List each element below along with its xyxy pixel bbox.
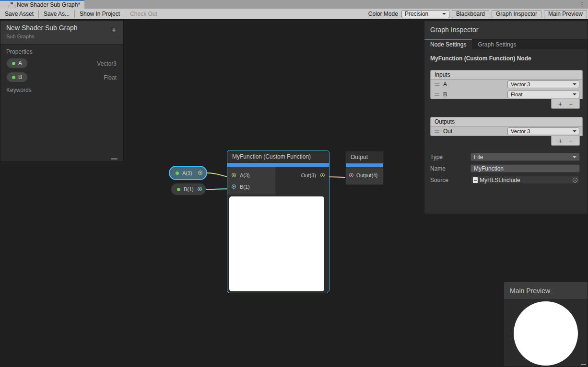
inputs-list: Inputs A Vector 3 B Float [430, 70, 583, 99]
output-type-dropdown[interactable]: Vector 3 [507, 127, 579, 135]
node-title-bar[interactable]: Output [346, 151, 383, 163]
graph-inspector-toggle-button[interactable]: Graph Inspector [492, 10, 541, 18]
type-label: Type [430, 154, 443, 161]
inputs-row-a[interactable]: A Vector 3 [431, 80, 582, 90]
document-tab[interactable]: New Shader Sub Graph* [0, 0, 84, 9]
name-label: Name [430, 165, 446, 172]
property-node-b[interactable]: B(1) [171, 183, 206, 195]
save-as-button[interactable]: Save As... [39, 9, 74, 19]
node-accent-bar [346, 163, 383, 167]
main-preview-panel: Main Preview [504, 282, 588, 367]
preview-sphere [514, 301, 578, 366]
output-port-icon[interactable] [198, 187, 202, 191]
blackboard-property-a[interactable]: A [6, 58, 28, 69]
chevron-down-icon [573, 156, 576, 158]
property-node-label: B(1) [184, 186, 194, 192]
drag-handle-icon[interactable] [435, 130, 439, 133]
output-port-icon[interactable] [198, 171, 202, 175]
chevron-down-icon [573, 93, 576, 95]
output-port-out-icon[interactable] [320, 173, 325, 177]
source-field-row: Source MyHLSLInclude [424, 176, 588, 184]
toolbar: Save Asset Save As... Show In Project Ch… [0, 9, 588, 20]
chevron-down-icon [442, 13, 446, 15]
input-port-b-icon[interactable] [232, 184, 236, 189]
property-node-a[interactable]: A(3) [169, 166, 207, 180]
property-name: B [18, 74, 22, 80]
output-node[interactable]: Output Output(4) [345, 151, 384, 185]
color-mode-label: Color Mode [368, 11, 399, 17]
input-type-value: Float [511, 92, 522, 97]
node-input-column [227, 167, 275, 195]
custom-function-node[interactable]: MyFunction (Custom Function) A(3) B(1) O… [227, 150, 329, 293]
drag-handle-icon[interactable] [435, 93, 439, 96]
input-port-b-label: B(1) [240, 184, 250, 190]
source-label: Source [430, 177, 448, 184]
source-value: MyHLSLInclude [480, 177, 520, 184]
source-object-field[interactable]: MyHLSLInclude [470, 176, 580, 184]
property-node-label: A(3) [182, 170, 192, 176]
input-type-dropdown[interactable]: Float [507, 91, 579, 98]
type-value: File [474, 154, 483, 161]
node-ports-section: Output(4) [346, 167, 383, 184]
chevron-down-icon [573, 83, 576, 85]
outputs-row-out[interactable]: Out Vector 3 [431, 126, 582, 137]
remove-output-button[interactable]: − [569, 138, 573, 144]
input-port-a-icon[interactable] [232, 173, 236, 177]
toolbar-right-group: Color Mode Precision Blackboard Graph In… [368, 9, 587, 19]
keywords-section-label: Keywords [6, 87, 32, 93]
add-output-button[interactable]: + [558, 138, 562, 144]
main-preview-title[interactable]: Main Preview [504, 282, 588, 299]
tab-graph-settings[interactable]: Graph Settings [472, 39, 522, 49]
outputs-list: Outputs Out Vector 3 [430, 117, 583, 136]
property-type-label: Float [104, 74, 117, 81]
outputs-list-header: Outputs [431, 117, 582, 126]
node-accent-bar [227, 163, 329, 167]
inspected-node-title: MyFunction (Custom Function) Node [430, 55, 588, 62]
add-property-button[interactable]: + [111, 25, 117, 34]
blackboard-resize-handle[interactable] [111, 158, 118, 160]
save-asset-button[interactable]: Save Asset [0, 9, 38, 19]
main-preview-toggle-button[interactable]: Main Preview [544, 10, 587, 18]
outputs-list-footer: + − [551, 136, 580, 146]
inspector-tab-row: Node Settings Graph Settings [424, 39, 588, 49]
output-type-value: Vector 3 [511, 128, 530, 134]
type-field-row: Type File [424, 153, 588, 161]
graph-inspector-title[interactable]: Graph Inspector [424, 21, 588, 39]
blackboard-header[interactable]: New Shader Sub Graph Sub Graphs + [0, 21, 123, 45]
blackboard-property-b[interactable]: B [6, 72, 28, 82]
inputs-row-b[interactable]: B Float [431, 90, 582, 100]
shader-graph-icon [9, 2, 14, 8]
property-type-label: Vector3 [97, 60, 117, 67]
input-port-output-label: Output(4) [356, 172, 377, 178]
node-title-bar[interactable]: MyFunction (Custom Function) [227, 150, 329, 163]
input-port-output-icon[interactable] [349, 173, 353, 177]
kebab-menu-icon[interactable]: ⋮ [579, 0, 585, 8]
show-in-project-button[interactable]: Show In Project [75, 9, 125, 19]
inputs-list-footer: + − [551, 99, 580, 109]
preview-resize-handle[interactable] [581, 364, 586, 365]
output-name: Out [443, 128, 452, 135]
add-input-button[interactable]: + [558, 101, 562, 107]
property-type-dot-icon [12, 62, 15, 65]
input-type-dropdown[interactable]: Vector 3 [507, 80, 579, 88]
property-type-dot-icon [176, 172, 179, 175]
input-port-a-label: A(3) [240, 172, 250, 178]
color-mode-value: Precision [405, 11, 428, 17]
type-dropdown[interactable]: File [470, 153, 580, 161]
chevron-down-icon [573, 130, 576, 132]
toolbar-left-group: Save Asset Save As... Show In Project Ch… [0, 9, 162, 19]
blackboard-title: New Shader Sub Graph [6, 24, 118, 32]
tab-node-settings[interactable]: Node Settings [424, 39, 472, 49]
name-input[interactable]: MyFunction [470, 164, 580, 172]
drag-handle-icon[interactable] [435, 83, 439, 86]
document-tab-title: New Shader Sub Graph* [17, 1, 80, 8]
remove-input-button[interactable]: − [569, 101, 573, 107]
graph-inspector-panel: Graph Inspector Node Settings Graph Sett… [424, 20, 588, 214]
inputs-list-header: Inputs [431, 70, 582, 80]
object-picker-icon[interactable] [573, 178, 577, 183]
color-mode-dropdown[interactable]: Precision [401, 10, 449, 18]
blackboard-toggle-button[interactable]: Blackboard [452, 10, 489, 18]
output-port-out-label: Out(3) [301, 172, 316, 178]
property-type-dot-icon [177, 188, 180, 191]
node-ports-section: A(3) B(1) Out(3) [227, 167, 329, 195]
